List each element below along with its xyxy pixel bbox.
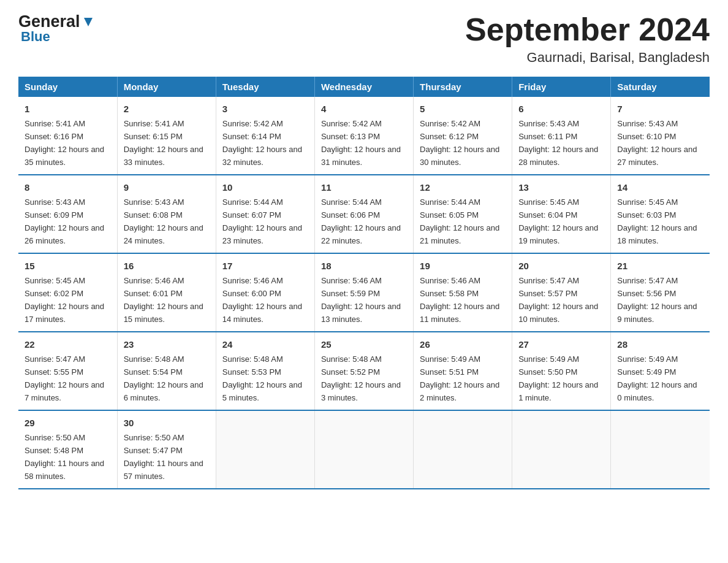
page-header: General Blue September 2024 Gaurnadi, Ba… xyxy=(18,12,710,66)
calendar-cell: 4 Sunrise: 5:42 AMSunset: 6:13 PMDayligh… xyxy=(314,97,413,175)
day-number: 25 xyxy=(321,337,407,351)
calendar-title-area: September 2024 Gaurnadi, Barisal, Bangla… xyxy=(465,12,710,66)
calendar-cell: 8 Sunrise: 5:43 AMSunset: 6:09 PMDayligh… xyxy=(18,175,117,253)
cell-info: Sunrise: 5:42 AMSunset: 6:13 PMDaylight:… xyxy=(321,119,401,167)
header-monday: Monday xyxy=(117,77,216,97)
calendar-cell xyxy=(216,410,314,489)
day-number: 16 xyxy=(124,259,210,273)
day-number: 12 xyxy=(420,180,506,194)
calendar-week-row: 1 Sunrise: 5:41 AMSunset: 6:16 PMDayligh… xyxy=(18,97,710,175)
calendar-cell: 27 Sunrise: 5:49 AMSunset: 5:50 PMDaylig… xyxy=(512,332,611,410)
cell-info: Sunrise: 5:46 AMSunset: 5:58 PMDaylight:… xyxy=(420,276,499,324)
calendar-header: SundayMondayTuesdayWednesdayThursdayFrid… xyxy=(18,77,710,97)
calendar-cell: 13 Sunrise: 5:45 AMSunset: 6:04 PMDaylig… xyxy=(512,175,611,253)
calendar-cell: 25 Sunrise: 5:48 AMSunset: 5:52 PMDaylig… xyxy=(314,332,413,410)
cell-info: Sunrise: 5:49 AMSunset: 5:51 PMDaylight:… xyxy=(420,354,499,402)
cell-info: Sunrise: 5:46 AMSunset: 5:59 PMDaylight:… xyxy=(321,276,401,324)
calendar-week-row: 22 Sunrise: 5:47 AMSunset: 5:55 PMDaylig… xyxy=(18,332,710,410)
cell-info: Sunrise: 5:48 AMSunset: 5:52 PMDaylight:… xyxy=(321,354,401,402)
header-friday: Friday xyxy=(512,77,611,97)
day-number: 30 xyxy=(124,416,210,430)
cell-info: Sunrise: 5:45 AMSunset: 6:03 PMDaylight:… xyxy=(617,197,697,245)
calendar-subtitle: Gaurnadi, Barisal, Bangladesh xyxy=(465,50,710,66)
calendar-week-row: 8 Sunrise: 5:43 AMSunset: 6:09 PMDayligh… xyxy=(18,175,710,253)
calendar-cell: 18 Sunrise: 5:46 AMSunset: 5:59 PMDaylig… xyxy=(314,253,413,332)
cell-info: Sunrise: 5:50 AMSunset: 5:47 PMDaylight:… xyxy=(124,433,203,481)
calendar-cell: 11 Sunrise: 5:44 AMSunset: 6:06 PMDaylig… xyxy=(314,175,413,253)
day-number: 15 xyxy=(25,259,111,273)
calendar-week-row: 29 Sunrise: 5:50 AMSunset: 5:48 PMDaylig… xyxy=(18,410,710,489)
calendar-cell: 28 Sunrise: 5:49 AMSunset: 5:49 PMDaylig… xyxy=(611,332,710,410)
header-thursday: Thursday xyxy=(414,77,512,97)
cell-info: Sunrise: 5:44 AMSunset: 6:06 PMDaylight:… xyxy=(321,197,401,245)
day-number: 18 xyxy=(321,259,407,273)
calendar-cell: 14 Sunrise: 5:45 AMSunset: 6:03 PMDaylig… xyxy=(611,175,710,253)
calendar-cell: 17 Sunrise: 5:46 AMSunset: 6:00 PMDaylig… xyxy=(216,253,314,332)
day-number: 27 xyxy=(518,337,604,351)
day-number: 26 xyxy=(420,337,506,351)
day-number: 1 xyxy=(25,102,111,116)
cell-info: Sunrise: 5:47 AMSunset: 5:55 PMDaylight:… xyxy=(25,354,104,402)
calendar-cell xyxy=(414,410,512,489)
day-number: 8 xyxy=(25,180,111,194)
cell-info: Sunrise: 5:45 AMSunset: 6:02 PMDaylight:… xyxy=(25,276,104,324)
cell-info: Sunrise: 5:46 AMSunset: 6:01 PMDaylight:… xyxy=(124,276,203,324)
day-number: 6 xyxy=(518,102,604,116)
header-wednesday: Wednesday xyxy=(314,77,413,97)
calendar-cell: 24 Sunrise: 5:48 AMSunset: 5:53 PMDaylig… xyxy=(216,332,314,410)
header-saturday: Saturday xyxy=(611,77,710,97)
day-number: 29 xyxy=(25,416,111,430)
cell-info: Sunrise: 5:50 AMSunset: 5:48 PMDaylight:… xyxy=(25,433,104,481)
day-number: 3 xyxy=(222,102,308,116)
calendar-cell: 22 Sunrise: 5:47 AMSunset: 5:55 PMDaylig… xyxy=(18,332,117,410)
cell-info: Sunrise: 5:48 AMSunset: 5:53 PMDaylight:… xyxy=(222,354,302,402)
cell-info: Sunrise: 5:46 AMSunset: 6:00 PMDaylight:… xyxy=(222,276,302,324)
calendar-cell: 12 Sunrise: 5:44 AMSunset: 6:05 PMDaylig… xyxy=(414,175,512,253)
cell-info: Sunrise: 5:45 AMSunset: 6:04 PMDaylight:… xyxy=(518,197,598,245)
cell-info: Sunrise: 5:47 AMSunset: 5:57 PMDaylight:… xyxy=(518,276,598,324)
cell-info: Sunrise: 5:43 AMSunset: 6:09 PMDaylight:… xyxy=(25,197,104,245)
calendar-cell xyxy=(314,410,413,489)
header-sunday: Sunday xyxy=(18,77,117,97)
calendar-cell: 30 Sunrise: 5:50 AMSunset: 5:47 PMDaylig… xyxy=(117,410,216,489)
calendar-title: September 2024 xyxy=(465,12,710,47)
calendar-cell: 29 Sunrise: 5:50 AMSunset: 5:48 PMDaylig… xyxy=(18,410,117,489)
calendar-cell: 9 Sunrise: 5:43 AMSunset: 6:08 PMDayligh… xyxy=(117,175,216,253)
cell-info: Sunrise: 5:43 AMSunset: 6:08 PMDaylight:… xyxy=(124,197,203,245)
logo: General Blue xyxy=(18,12,95,45)
calendar-cell: 23 Sunrise: 5:48 AMSunset: 5:54 PMDaylig… xyxy=(117,332,216,410)
calendar-cell: 20 Sunrise: 5:47 AMSunset: 5:57 PMDaylig… xyxy=(512,253,611,332)
calendar-cell: 7 Sunrise: 5:43 AMSunset: 6:10 PMDayligh… xyxy=(611,97,710,175)
calendar-cell: 16 Sunrise: 5:46 AMSunset: 6:01 PMDaylig… xyxy=(117,253,216,332)
cell-info: Sunrise: 5:41 AMSunset: 6:15 PMDaylight:… xyxy=(124,119,203,167)
day-number: 5 xyxy=(420,102,506,116)
calendar-cell: 26 Sunrise: 5:49 AMSunset: 5:51 PMDaylig… xyxy=(414,332,512,410)
calendar-cell: 6 Sunrise: 5:43 AMSunset: 6:11 PMDayligh… xyxy=(512,97,611,175)
calendar-cell xyxy=(611,410,710,489)
cell-info: Sunrise: 5:44 AMSunset: 6:07 PMDaylight:… xyxy=(222,197,302,245)
calendar-cell: 2 Sunrise: 5:41 AMSunset: 6:15 PMDayligh… xyxy=(117,97,216,175)
logo-blue-text: Blue xyxy=(21,29,50,45)
day-number: 4 xyxy=(321,102,407,116)
cell-info: Sunrise: 5:49 AMSunset: 5:49 PMDaylight:… xyxy=(617,354,697,402)
day-number: 20 xyxy=(518,259,604,273)
cell-info: Sunrise: 5:48 AMSunset: 5:54 PMDaylight:… xyxy=(124,354,203,402)
day-number: 2 xyxy=(124,102,210,116)
day-number: 22 xyxy=(25,337,111,351)
cell-info: Sunrise: 5:44 AMSunset: 6:05 PMDaylight:… xyxy=(420,197,499,245)
cell-info: Sunrise: 5:47 AMSunset: 5:56 PMDaylight:… xyxy=(617,276,697,324)
day-number: 9 xyxy=(124,180,210,194)
calendar-cell: 19 Sunrise: 5:46 AMSunset: 5:58 PMDaylig… xyxy=(414,253,512,332)
calendar-cell: 1 Sunrise: 5:41 AMSunset: 6:16 PMDayligh… xyxy=(18,97,117,175)
day-number: 10 xyxy=(222,180,308,194)
svg-marker-0 xyxy=(84,18,93,26)
calendar-table: SundayMondayTuesdayWednesdayThursdayFrid… xyxy=(18,77,710,489)
calendar-week-row: 15 Sunrise: 5:45 AMSunset: 6:02 PMDaylig… xyxy=(18,253,710,332)
cell-info: Sunrise: 5:41 AMSunset: 6:16 PMDaylight:… xyxy=(25,119,104,167)
calendar-cell: 3 Sunrise: 5:42 AMSunset: 6:14 PMDayligh… xyxy=(216,97,314,175)
cell-info: Sunrise: 5:42 AMSunset: 6:12 PMDaylight:… xyxy=(420,119,499,167)
calendar-cell: 21 Sunrise: 5:47 AMSunset: 5:56 PMDaylig… xyxy=(611,253,710,332)
day-number: 14 xyxy=(617,180,703,194)
cell-info: Sunrise: 5:42 AMSunset: 6:14 PMDaylight:… xyxy=(222,119,302,167)
day-number: 21 xyxy=(617,259,703,273)
